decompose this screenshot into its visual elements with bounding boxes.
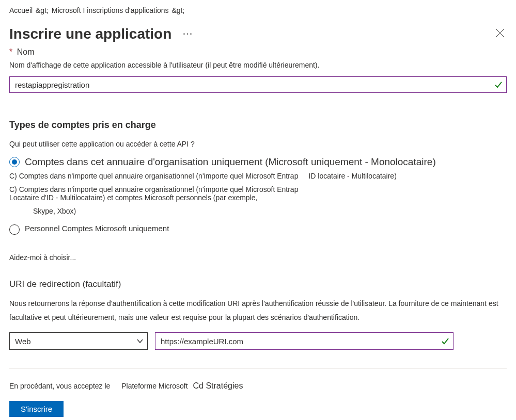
radio-option-multi-tenant-prefix: C) Comptes dans n'importe quel annuaire … bbox=[9, 172, 298, 180]
more-icon[interactable]: ··· bbox=[183, 29, 193, 39]
redirect-uri-input-wrap bbox=[155, 332, 454, 350]
redirect-uri-desc: Nous retournerons la réponse d'authentif… bbox=[9, 297, 507, 324]
radio-button-icon[interactable] bbox=[9, 157, 20, 167]
radio-option-multi-tenant-personal-suffix: Locataire d'ID - Multilocataire) et comp… bbox=[9, 193, 257, 202]
name-input-wrap bbox=[9, 76, 507, 93]
radio-button-icon[interactable] bbox=[9, 224, 20, 235]
radio-option-multi-tenant-personal[interactable]: C) Comptes dans n'importe quel annuaire … bbox=[9, 185, 507, 202]
required-asterisk: * bbox=[9, 47, 12, 56]
breadcrumb-sep: &gt; bbox=[36, 6, 49, 14]
radio-label-personal: Personnel Comptes Microsoft uniquement bbox=[25, 223, 169, 234]
radio-option-multi-tenant-personal-prefix: C) Comptes dans n'importe quel annuaire … bbox=[9, 185, 298, 193]
checkmark-icon bbox=[441, 337, 449, 345]
checkmark-icon bbox=[494, 80, 503, 89]
radio-option-multi-tenant-suffix: ID locataire - Multilocataire) bbox=[308, 172, 396, 180]
platform-select-value: Web bbox=[15, 337, 31, 346]
policies-pre: En procédant, vous acceptez le bbox=[9, 382, 110, 390]
page-title: Inscrire une application ··· bbox=[9, 26, 193, 42]
policies-cd-link[interactable]: Cd Stratégies bbox=[193, 381, 243, 390]
redirect-uri-row: Web bbox=[9, 332, 507, 350]
breadcrumb: Accueil &gt; Microsoft I inscriptions d'… bbox=[9, 6, 507, 14]
name-label-row: * Nom bbox=[9, 47, 507, 57]
platform-select[interactable]: Web bbox=[9, 332, 148, 350]
breadcrumb-home[interactable]: Accueil bbox=[9, 6, 33, 14]
register-button[interactable]: S'inscrire bbox=[9, 401, 64, 417]
breadcrumb-node-app-reg[interactable]: Microsoft I inscriptions d'applications bbox=[52, 6, 169, 14]
radio-option-personal[interactable]: Personnel Comptes Microsoft uniquement bbox=[9, 223, 507, 235]
radio-option-single-tenant[interactable]: Comptes dans cet annuaire d'organisation… bbox=[9, 156, 507, 168]
policies-line: En procédant, vous acceptez le Plateform… bbox=[9, 381, 507, 391]
name-input[interactable] bbox=[9, 76, 507, 93]
policies-platform-link[interactable]: Plateforme Microsoft bbox=[121, 382, 187, 390]
help-me-choose-link[interactable]: Aidez-moi à choisir... bbox=[9, 253, 507, 262]
radio-label-single-tenant: Comptes dans cet annuaire d'organisation… bbox=[25, 156, 436, 168]
name-help-text: Nom d'affichage de cette application acc… bbox=[9, 61, 507, 69]
close-icon[interactable] bbox=[493, 26, 507, 42]
account-types-sub: Qui peut utiliser cette application ou a… bbox=[9, 140, 507, 148]
redirect-uri-input[interactable] bbox=[155, 332, 454, 350]
name-label: Nom bbox=[17, 47, 35, 56]
breadcrumb-sep2: &gt; bbox=[172, 6, 185, 14]
account-types-heading: Types de comptes pris en charge bbox=[9, 120, 507, 131]
chevron-down-icon bbox=[136, 337, 144, 345]
radio-option-multi-tenant-personal-cont: Skype, Xbox) bbox=[33, 207, 507, 215]
page-title-text: Inscrire une application bbox=[9, 26, 171, 42]
redirect-uri-heading: URI de redirection (facultatif) bbox=[9, 279, 507, 289]
page-header: Inscrire une application ··· bbox=[9, 26, 507, 42]
account-types-radio-group: Comptes dans cet annuaire d'organisation… bbox=[9, 156, 507, 235]
footer: En procédant, vous acceptez le Plateform… bbox=[9, 368, 507, 417]
platform-select-wrap: Web bbox=[9, 332, 148, 350]
radio-option-multi-tenant[interactable]: C) Comptes dans n'importe quel annuaire … bbox=[9, 172, 507, 180]
